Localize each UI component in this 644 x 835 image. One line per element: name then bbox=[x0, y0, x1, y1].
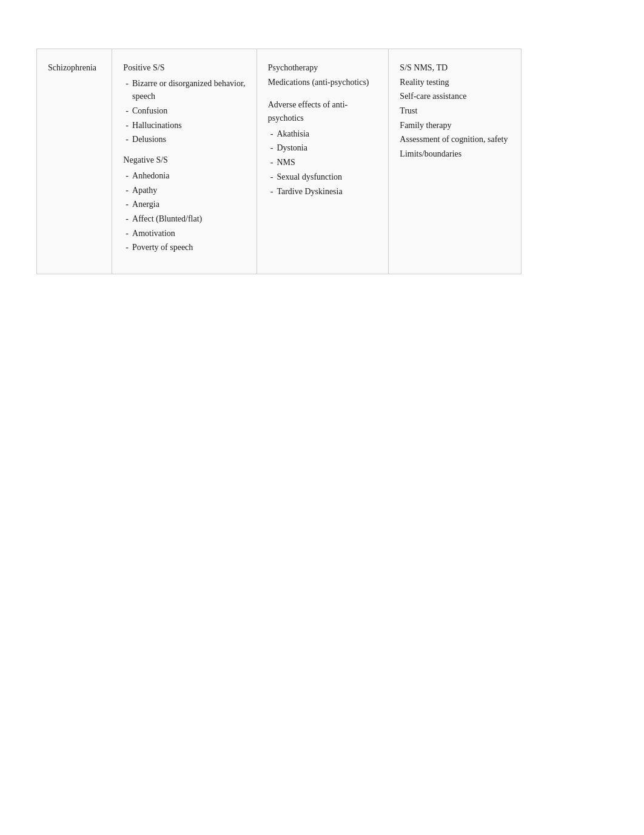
diagnosis-cell: Schizophrenia bbox=[37, 49, 112, 274]
positive-item: Hallucinations bbox=[123, 119, 245, 132]
treatment-item-1: Medications (anti-psychotics) bbox=[268, 76, 378, 89]
adverse-item: Tardive Dyskinesia bbox=[268, 185, 378, 198]
negative-title: Negative S/S bbox=[123, 154, 245, 167]
negative-item: Anhedonia bbox=[123, 169, 245, 183]
adverse-item: Sexual dysfunction bbox=[268, 171, 378, 184]
negative-item: Amotivation bbox=[123, 227, 245, 240]
negative-list: Anhedonia Apathy Anergia Affect (Blunted… bbox=[123, 169, 245, 254]
diagnosis-label: Schizophrenia bbox=[48, 63, 96, 72]
negative-item: Poverty of speech bbox=[123, 241, 245, 254]
nursing-item-3: Trust bbox=[400, 104, 510, 118]
nursing-item-2: Self-care assistance bbox=[400, 90, 510, 103]
positive-item: Confusion bbox=[123, 104, 245, 118]
positive-list: Bizarre or disorganized behavior, speech… bbox=[123, 77, 245, 146]
adverse-title: Adverse effects of anti-psychotics bbox=[268, 98, 378, 124]
nursing-item-1: Reality testing bbox=[400, 76, 510, 89]
treatment-cell: Psychotherapy Medications (anti-psychoti… bbox=[257, 49, 389, 274]
nursing-item-0: S/S NMS, TD bbox=[400, 61, 510, 75]
nursing-item-6: Limits/boundaries bbox=[400, 147, 510, 161]
nursing-item-5: Assessment of cognition, safety bbox=[400, 133, 510, 146]
schizophrenia-table: Schizophrenia Positive S/S Bizarre or di… bbox=[36, 49, 522, 274]
symptoms-cell: Positive S/S Bizarre or disorganized beh… bbox=[112, 49, 257, 274]
treatment-item-0: Psychotherapy bbox=[268, 61, 378, 75]
adverse-item: Akathisia bbox=[268, 127, 378, 141]
negative-item: Affect (Blunted/flat) bbox=[123, 212, 245, 226]
table-row: Schizophrenia Positive S/S Bizarre or di… bbox=[37, 49, 521, 274]
negative-item: Anergia bbox=[123, 198, 245, 211]
negative-item: Apathy bbox=[123, 184, 245, 197]
adverse-list: Akathisia Dystonia NMS Sexual dysfunctio… bbox=[268, 127, 378, 198]
adverse-item: Dystonia bbox=[268, 141, 378, 155]
positive-item: Bizarre or disorganized behavior, speech bbox=[123, 77, 245, 103]
positive-item: Delusions bbox=[123, 133, 245, 146]
adverse-item: NMS bbox=[268, 156, 378, 169]
page-container: Schizophrenia Positive S/S Bizarre or di… bbox=[0, 0, 644, 323]
nursing-item-4: Family therapy bbox=[400, 119, 510, 132]
positive-title: Positive S/S bbox=[123, 61, 245, 75]
nursing-cell: S/S NMS, TD Reality testing Self-care as… bbox=[389, 49, 521, 274]
